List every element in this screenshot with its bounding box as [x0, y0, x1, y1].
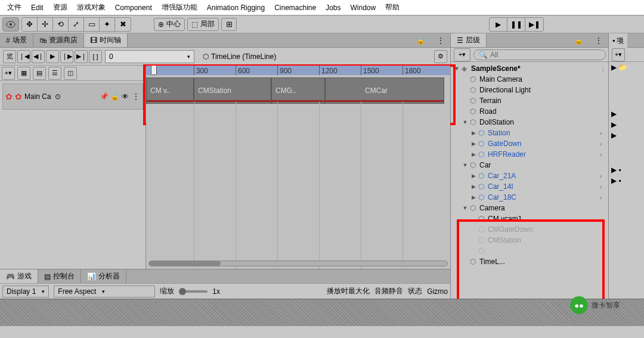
project-row[interactable]: ▶ ▪	[609, 165, 644, 175]
transform-tool[interactable]: ✦	[100, 18, 115, 31]
playhead[interactable]	[151, 66, 157, 75]
hierarchy-node[interactable]: ⬡CMGateDown	[451, 224, 608, 235]
menu-gameobject[interactable]: 游戏对象	[72, 2, 110, 13]
target-icon[interactable]: ⊙	[54, 92, 62, 101]
project-row[interactable]: ▶	[609, 108, 644, 119]
hierarchy-node[interactable]: ▶⬡GateDown›	[451, 138, 608, 149]
tab-menu[interactable]: ⋮	[431, 33, 450, 47]
expand-toggle[interactable]: ▶	[470, 184, 477, 190]
clip-cmcar[interactable]: CMCar	[325, 77, 444, 104]
expand-toggle[interactable]: ▶	[470, 151, 477, 157]
edit-mode-3[interactable]: ☰	[48, 67, 61, 80]
hierarchy-node[interactable]: ▶⬡Car_18C›	[451, 192, 608, 203]
hierarchy-node[interactable]: ⬡	[451, 246, 608, 256]
tl-range[interactable]: [ ]	[89, 50, 102, 63]
hierarchy-node[interactable]: ▶⬡Car_14I›	[451, 181, 608, 192]
cinemachine-track[interactable]: ✿ ✿ Main Ca ⊙ 📌 🔒 👁 ⋮	[2, 83, 143, 110]
tab-timeline[interactable]: 🎞时间轴	[84, 33, 128, 47]
hierarchy-node[interactable]: ▶⬡HRFReader›	[451, 149, 608, 160]
tab-profiler[interactable]: 📊分析器	[81, 269, 126, 283]
tl-next[interactable]: ❘▶	[60, 50, 73, 63]
track-menu-icon[interactable]: ⋮	[132, 92, 140, 101]
tab-console[interactable]: ▤控制台	[38, 269, 81, 283]
hierarchy-node[interactable]: ▶⬡Station›	[451, 128, 608, 138]
pause-button[interactable]: ❚❚	[507, 18, 525, 31]
menu-component[interactable]: Component	[110, 4, 157, 12]
space-toggle[interactable]: ⬚局部	[187, 18, 219, 31]
mute-audio[interactable]: 音频静音	[374, 286, 403, 296]
gizmos[interactable]: Gizmo	[427, 287, 448, 296]
project-row[interactable]: ▶	[609, 119, 644, 130]
hierarchy-lock-icon[interactable]: 🔓	[568, 33, 589, 47]
edit-mode-2[interactable]: ▤	[33, 67, 46, 80]
timeline-tracks-area[interactable]: 300 600 900 1200 1500 1800 CM v.. CMStat…	[146, 66, 450, 269]
hierarchy-node[interactable]: ⬡TimeL...	[451, 256, 608, 267]
menu-animation-rigging[interactable]: Animation Rigging	[202, 4, 270, 12]
tl-last[interactable]: ▶❘	[75, 50, 88, 63]
game-view[interactable]	[0, 299, 644, 326]
hierarchy-node[interactable]: ⬡Road	[451, 106, 608, 117]
preview-button[interactable]: 览	[3, 50, 16, 63]
hierarchy-node[interactable]: ⬡Directional Light	[451, 85, 608, 95]
expand-toggle[interactable]: ▼	[462, 205, 469, 211]
expand-toggle[interactable]: ▼	[462, 162, 469, 168]
hierarchy-node[interactable]: ▼⬡DollStation	[451, 117, 608, 128]
tl-first[interactable]: ❘◀	[17, 50, 30, 63]
edit-mode-1[interactable]: ▦	[17, 67, 30, 80]
display-dropdown[interactable]: Display 1	[2, 286, 49, 297]
rect-tool[interactable]: ▭	[84, 18, 100, 31]
expand-toggle[interactable]: ▶	[470, 130, 477, 136]
scale-slider[interactable]	[179, 290, 208, 293]
expand-toggle[interactable]: ▶	[470, 173, 477, 179]
clip-cmstation[interactable]: CMStation	[194, 77, 271, 104]
clip-cmg[interactable]: CMG..	[271, 77, 325, 104]
tab-project[interactable]: ▪项	[609, 33, 627, 48]
lock-icon[interactable]: 🔒	[410, 33, 431, 47]
hierarchy-node[interactable]: ▶⬡Car_21A›	[451, 170, 608, 181]
expand-toggle[interactable]: ▶	[470, 141, 477, 147]
menu-cinemachine[interactable]: Cinemachine	[270, 4, 321, 12]
rotate-tool[interactable]: ⟲	[53, 18, 69, 31]
menu-assets[interactable]: 资源	[48, 2, 72, 13]
lock-icon[interactable]: 🔒	[110, 92, 119, 101]
project-row[interactable]: ▶ 📁	[609, 62, 644, 73]
stats[interactable]: 状态	[408, 286, 422, 296]
hierarchy-node[interactable]: ⬡CM vcam1	[451, 213, 608, 224]
menu-jobs[interactable]: Jobs	[321, 4, 345, 12]
pin-icon[interactable]: 📌	[100, 92, 108, 101]
tab-game[interactable]: 🎮游戏	[0, 269, 38, 283]
menu-edit[interactable]: Edit	[26, 4, 48, 12]
create-button[interactable]: +▾	[454, 48, 470, 61]
eye-icon[interactable]: 👁	[121, 92, 129, 101]
hierarchy-tree[interactable]: ▼◈SampleScene*⋮⬡Main Camera⬡Directional …	[451, 62, 608, 299]
timeline-asset-name[interactable]: ⬡ TimeLine (TimeLine)	[197, 52, 434, 61]
hierarchy-node[interactable]: ▼⬡Car	[451, 160, 608, 170]
frame-field[interactable]: 0▾	[105, 50, 194, 63]
tl-prev[interactable]: ◀❘	[32, 50, 45, 63]
hierarchy-menu[interactable]: ⋮	[589, 33, 608, 47]
expand-toggle[interactable]: ▼	[453, 66, 460, 72]
menu-window[interactable]: Window	[346, 4, 381, 12]
hierarchy-node[interactable]: ⬡CMStation	[451, 235, 608, 246]
timeline-settings[interactable]: ⚙	[434, 50, 447, 63]
timeline-ruler[interactable]: 300 600 900 1200 1500 1800	[146, 66, 450, 75]
hierarchy-node[interactable]: ⬡Terrain	[451, 95, 608, 106]
view-tool-btn[interactable]	[3, 18, 18, 31]
hierarchy-node[interactable]: ⬡Main Camera	[451, 74, 608, 85]
edit-mode-4[interactable]: ◫	[64, 67, 77, 80]
expand-toggle[interactable]: ▼	[462, 119, 469, 125]
step-button[interactable]: ▶❚	[525, 18, 543, 31]
project-row[interactable]: ▶	[609, 130, 644, 141]
play-button[interactable]: ▶	[490, 18, 507, 31]
hierarchy-search[interactable]: 🔍All	[473, 49, 606, 60]
scale-tool[interactable]: ⤢	[69, 18, 84, 31]
custom-tool[interactable]: ✖	[115, 18, 131, 31]
maximize-on-play[interactable]: 播放时最大化	[327, 286, 370, 296]
move-tool[interactable]: ✢	[38, 18, 53, 31]
tl-play[interactable]: ▶	[46, 50, 59, 63]
pivot-toggle[interactable]: ⊕中心	[154, 18, 185, 31]
clip-cm-v[interactable]: CM v..	[146, 77, 194, 104]
add-track-button[interactable]: +▾	[2, 67, 15, 80]
project-create[interactable]: +▾	[612, 48, 625, 61]
tab-scene[interactable]: #场景	[0, 33, 33, 47]
